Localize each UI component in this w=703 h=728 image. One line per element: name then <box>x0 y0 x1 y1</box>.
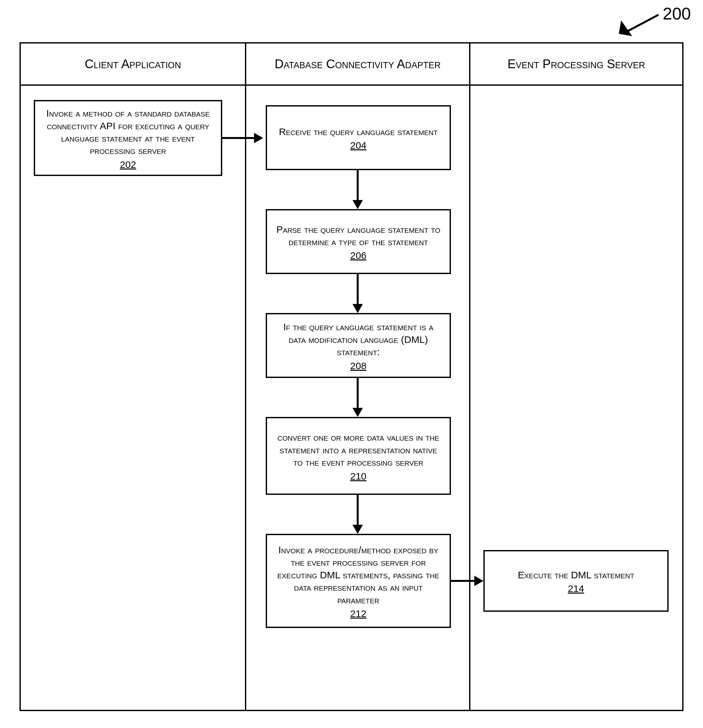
step-206-text: Parse the query language statement to de… <box>274 223 443 248</box>
step-206-num: 206 <box>350 250 366 261</box>
step-204: Receive the query language statement 204 <box>266 105 451 170</box>
lane-title-client: Client Application <box>85 57 181 71</box>
swimlane-table: Client Application Invoke a method of a … <box>19 42 684 711</box>
lane-event-server: Event Processing Server Execute the DML … <box>469 43 682 710</box>
lane-client-application: Client Application Invoke a method of a … <box>21 43 245 710</box>
figure-label: 200 <box>663 4 691 23</box>
step-212: Invoke a procedure/method exposed by the… <box>266 534 451 628</box>
lane-header-client: Client Application <box>21 43 245 86</box>
arrow-head-206-to-208 <box>353 304 363 313</box>
step-202-text: Invoke a method of a standard database c… <box>42 107 214 157</box>
arrow-204-to-206 <box>357 170 359 201</box>
step-212-text: Invoke a procedure/method exposed by the… <box>274 544 443 606</box>
arrow-head-212-to-214 <box>474 576 483 586</box>
step-214-num: 214 <box>568 583 584 594</box>
lane-title-server: Event Processing Server <box>508 57 645 71</box>
lane-header-adapter: Database Connectivity Adapter <box>246 43 469 86</box>
step-210-text: convert one or more data values in the s… <box>274 431 443 468</box>
step-206: Parse the query language statement to de… <box>266 209 451 274</box>
arrow-head-210-to-212 <box>353 525 363 534</box>
lane-header-server: Event Processing Server <box>470 43 682 86</box>
arrow-212-to-214 <box>450 580 474 582</box>
step-208-num: 208 <box>350 360 366 371</box>
lane-body-client: Invoke a method of a standard database c… <box>21 86 245 710</box>
arrow-208-to-210 <box>357 378 359 409</box>
diagram-page: 200 Client Application Invoke a method o… <box>0 0 703 728</box>
step-204-text: Receive the query language statement <box>279 126 438 138</box>
lane-body-server: Execute the DML statement 214 <box>470 86 682 710</box>
arrow-head-202-to-204 <box>254 133 263 143</box>
arrow-head-208-to-210 <box>353 408 363 417</box>
step-204-num: 204 <box>350 140 366 151</box>
step-210: convert one or more data values in the s… <box>266 417 451 495</box>
step-208-text: If the query language statement is a dat… <box>274 321 443 358</box>
arrow-202-to-204 <box>222 137 254 139</box>
arrow-206-to-208 <box>357 274 359 305</box>
step-214: Execute the DML statement 214 <box>483 550 668 612</box>
step-208: If the query language statement is a dat… <box>266 313 451 378</box>
step-202-num: 202 <box>120 159 136 170</box>
arrow-head-204-to-206 <box>353 200 363 209</box>
step-212-num: 212 <box>350 608 366 619</box>
step-202: Invoke a method of a standard database c… <box>34 100 222 176</box>
step-214-text: Execute the DML statement <box>518 569 634 581</box>
lane-title-adapter: Database Connectivity Adapter <box>275 57 441 71</box>
step-210-num: 210 <box>350 471 366 482</box>
lane-database-adapter: Database Connectivity Adapter Receive th… <box>245 43 469 710</box>
arrow-210-to-212 <box>357 495 359 525</box>
